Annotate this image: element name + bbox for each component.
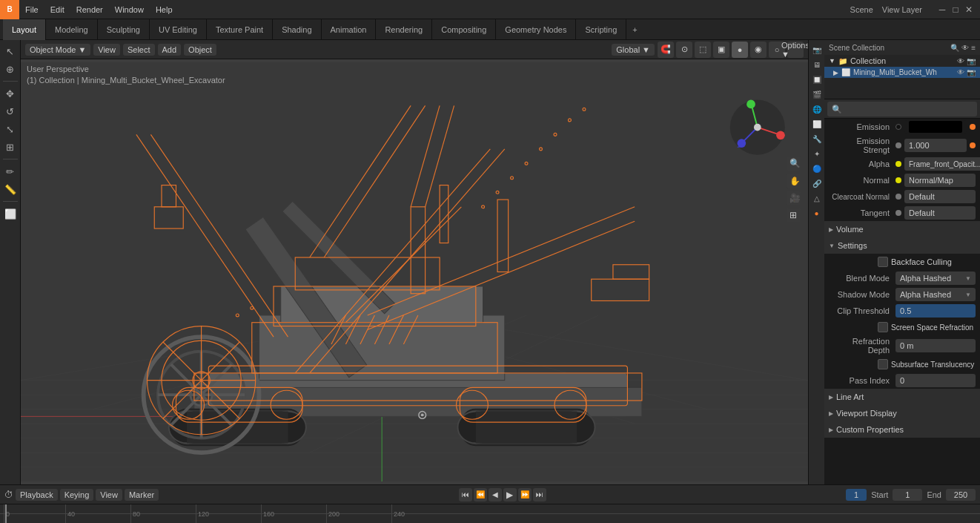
viewport[interactable]: Object Mode ▼ View Select Add Object Glo…	[21, 40, 808, 484]
data-props-icon[interactable]: △	[810, 191, 824, 205]
tab-animation[interactable]: Animation	[322, 19, 377, 40]
emission-keyframe-dot[interactable]	[970, 124, 976, 130]
tab-uv-editing[interactable]: UV Editing	[150, 19, 207, 40]
add-workspace-button[interactable]: +	[626, 25, 643, 34]
proportional-edit-button[interactable]: ⊙	[676, 42, 692, 58]
settings-section-header[interactable]: ▼ Settings	[824, 237, 980, 254]
tangent-field[interactable]: Default	[904, 206, 976, 220]
sst-checkbox[interactable]	[878, 359, 888, 369]
line-art-section-header[interactable]: ▶ Line Art	[824, 389, 980, 405]
tangent-dot[interactable]	[895, 210, 901, 216]
view-menu-timeline[interactable]: View	[96, 489, 122, 501]
view-menu[interactable]: View	[93, 44, 120, 56]
menu-file[interactable]: File	[19, 0, 44, 19]
jump-end-button[interactable]: ⏭	[533, 488, 546, 501]
mesh-visibility-icon[interactable]: 👁	[957, 68, 964, 76]
object-mode-dropdown[interactable]: Object Mode ▼	[25, 44, 90, 56]
object-props-icon[interactable]: ⬜	[810, 117, 824, 131]
current-frame[interactable]: 1	[846, 489, 867, 501]
shadow-mode-select[interactable]: Alpha Hashed ▼	[895, 288, 976, 301]
pass-index-field[interactable]: 0	[895, 374, 976, 387]
tab-geometry-nodes[interactable]: Geometry Nodes	[496, 19, 576, 40]
material-props-icon[interactable]: ●	[810, 206, 824, 220]
marker-menu[interactable]: Marker	[125, 489, 159, 501]
tab-texture-paint[interactable]: Texture Paint	[207, 19, 273, 40]
outliner-filter-icon[interactable]: 🔍	[950, 44, 959, 52]
snap-button[interactable]: 🧲	[658, 42, 674, 58]
normal-dot[interactable]	[895, 177, 901, 183]
outliner-collection-row[interactable]: ▼ 📁 Collection 👁 📷	[824, 55, 980, 67]
rotate-tool[interactable]: ↺	[2, 103, 19, 119]
normal-field[interactable]: Normal/Map	[904, 174, 976, 187]
mesh-render-icon[interactable]: 📷	[967, 68, 976, 76]
object-menu[interactable]: Object	[184, 44, 216, 56]
end-frame-input[interactable]: 250	[946, 489, 976, 501]
viewport-canvas[interactable]: X Y Z 🔍 ✋	[21, 59, 808, 484]
physics-props-icon[interactable]: 🔵	[810, 162, 824, 175]
play-back-button[interactable]: ◀	[489, 488, 502, 501]
mode-select-tool[interactable]: ↖	[2, 43, 19, 59]
custom-properties-section-header[interactable]: ▶ Custom Properties	[824, 421, 980, 438]
viewport-display-section-header[interactable]: ▶ Viewport Display	[824, 405, 980, 421]
world-props-icon[interactable]: 🌐	[810, 102, 824, 116]
minimize-button[interactable]: ─	[937, 4, 947, 15]
xray-button[interactable]: ▣	[713, 42, 729, 58]
measure-tool[interactable]: 📏	[2, 181, 19, 197]
tab-rendering[interactable]: Rendering	[376, 19, 432, 40]
clearcoat-field[interactable]: Default	[904, 190, 976, 203]
cursor-tool[interactable]: ⊕	[2, 61, 19, 77]
outliner-eye-icon[interactable]: 👁	[961, 44, 969, 52]
ssr-checkbox[interactable]	[878, 322, 888, 332]
properties-search-input[interactable]	[827, 102, 977, 116]
view-layer-props-icon[interactable]: 🔲	[810, 73, 824, 86]
constraints-props-icon[interactable]: 🔗	[810, 177, 824, 190]
transform-tool[interactable]: ⊞	[2, 139, 19, 155]
clip-threshold-field[interactable]: 0.5	[895, 304, 976, 318]
playback-menu[interactable]: Playback	[16, 489, 58, 501]
shading-solid[interactable]: ●	[732, 42, 748, 58]
jump-start-button[interactable]: ⏮	[459, 488, 472, 501]
select-menu[interactable]: Select	[123, 44, 155, 56]
modifier-props-icon[interactable]: 🔧	[810, 132, 824, 145]
menu-edit[interactable]: Edit	[44, 0, 70, 19]
emission-color-field[interactable]	[904, 120, 967, 134]
blend-mode-select[interactable]: Alpha Hashed ▼	[895, 272, 976, 285]
emission-dot[interactable]	[895, 124, 901, 130]
output-props-icon[interactable]: 🖥	[810, 58, 824, 71]
outliner-funnel-icon[interactable]: ≡	[971, 44, 976, 52]
tab-layout[interactable]: Layout	[3, 19, 46, 40]
tab-modeling[interactable]: Modeling	[46, 19, 98, 40]
volume-section-header[interactable]: ▶ Volume	[824, 221, 980, 237]
particles-props-icon[interactable]: ✦	[810, 147, 824, 160]
maximize-button[interactable]: □	[950, 4, 961, 15]
render-props-icon[interactable]: 📷	[810, 43, 824, 56]
keying-menu[interactable]: Keying	[60, 489, 94, 501]
clearcoat-dot[interactable]	[895, 194, 901, 200]
options-button[interactable]: Options ▼	[787, 42, 804, 58]
close-button[interactable]: ✕	[964, 4, 974, 15]
emission-strength-field[interactable]: 1.000	[904, 139, 967, 152]
collection-visibility-icon[interactable]: 👁	[957, 57, 964, 65]
alpha-dot[interactable]	[895, 161, 901, 167]
tab-sculpting[interactable]: Sculpting	[98, 19, 150, 40]
backface-culling-checkbox[interactable]	[878, 257, 888, 267]
shading-material[interactable]: ◉	[750, 42, 767, 58]
play-button[interactable]: ▶	[503, 488, 517, 501]
annotate-tool[interactable]: ✏	[2, 163, 19, 180]
outliner-mesh-row[interactable]: ▶ ⬜ Mining_Multi_Bucket_Wh 👁 📷	[824, 67, 980, 78]
timeline-ruler[interactable]: 0 40 80 120 160 200 240	[0, 504, 980, 523]
menu-help[interactable]: Help	[150, 0, 179, 19]
emission-strength-dot[interactable]	[895, 142, 901, 148]
alpha-field[interactable]: Frame_front_Opacit...	[904, 157, 980, 171]
transform-orientation[interactable]: Global ▼	[612, 44, 655, 56]
menu-window[interactable]: Window	[109, 0, 150, 19]
add-menu[interactable]: Add	[158, 44, 182, 56]
menu-render[interactable]: Render	[70, 0, 109, 19]
tab-scripting[interactable]: Scripting	[576, 19, 626, 40]
scale-tool[interactable]: ⤡	[2, 121, 19, 137]
next-frame-button[interactable]: ⏩	[518, 488, 532, 501]
overlay-button[interactable]: ⬚	[695, 42, 711, 58]
tab-compositing[interactable]: Compositing	[432, 19, 496, 40]
emission-strength-key[interactable]	[970, 142, 976, 148]
tab-shading[interactable]: Shading	[273, 19, 321, 40]
